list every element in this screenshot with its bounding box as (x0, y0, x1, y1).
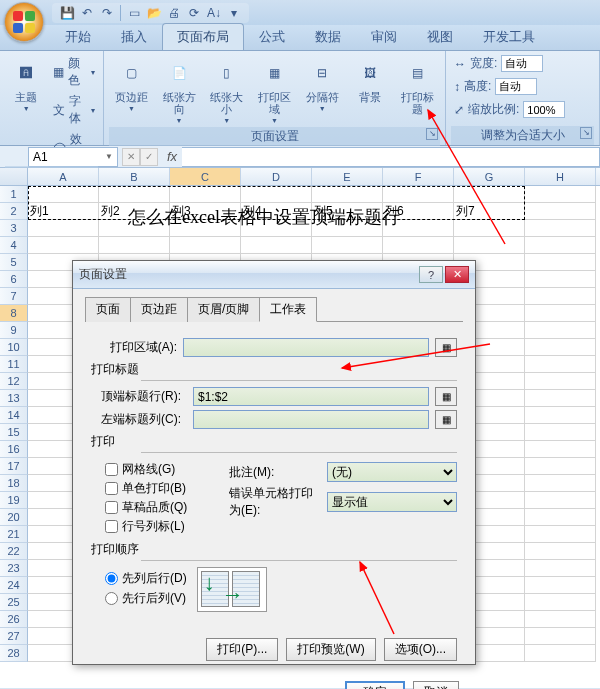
cell[interactable] (170, 186, 241, 203)
qat-undo-icon[interactable]: ↶ (78, 4, 96, 22)
row-header[interactable]: 26 (0, 611, 28, 628)
tab-home[interactable]: 开始 (50, 23, 106, 50)
formula-input[interactable] (182, 147, 600, 167)
office-button[interactable] (4, 2, 44, 42)
height-input[interactable] (495, 78, 537, 95)
cell[interactable] (525, 543, 596, 560)
cell[interactable] (525, 577, 596, 594)
row-header[interactable]: 19 (0, 492, 28, 509)
dialog-tab-page[interactable]: 页面 (85, 297, 131, 322)
cell[interactable] (525, 390, 596, 407)
col-header[interactable]: C (170, 168, 241, 185)
cell[interactable] (525, 424, 596, 441)
qat-new-icon[interactable]: ▭ (125, 4, 143, 22)
fx-icon[interactable]: fx (162, 149, 182, 164)
draft-checkbox[interactable] (105, 501, 118, 514)
breaks-button[interactable]: ⊟分隔符▼ (300, 54, 345, 115)
cancel-button[interactable]: 取消 (413, 681, 459, 689)
row-header[interactable]: 10 (0, 339, 28, 356)
print-titles-button[interactable]: ▤打印标题 (395, 54, 440, 118)
theme-fonts-button[interactable]: 文字体 ▾ (50, 92, 98, 128)
row-header[interactable]: 14 (0, 407, 28, 424)
cell[interactable] (525, 356, 596, 373)
ok-button[interactable]: 确定 (345, 681, 405, 689)
page-setup-launcher[interactable]: ↘ (426, 128, 438, 140)
qat-sort-icon[interactable]: A↓ (205, 4, 223, 22)
errors-select[interactable]: 显示值 (327, 492, 457, 512)
comments-select[interactable]: (无) (327, 462, 457, 482)
row-header[interactable]: 6 (0, 271, 28, 288)
tab-view[interactable]: 视图 (412, 23, 468, 50)
gridlines-checkbox[interactable] (105, 463, 118, 476)
row-header[interactable]: 1 (0, 186, 28, 203)
cols-repeat-ref-button[interactable]: ▦ (435, 410, 457, 429)
cell[interactable] (525, 339, 596, 356)
cell[interactable] (525, 645, 596, 662)
cell[interactable] (525, 237, 596, 254)
print-preview-button[interactable]: 打印预览(W) (286, 638, 375, 661)
col-header[interactable]: H (525, 168, 596, 185)
cell[interactable] (525, 526, 596, 543)
col-header[interactable]: F (383, 168, 454, 185)
cell[interactable]: 列7 (454, 203, 525, 220)
cols-repeat-input[interactable] (193, 410, 429, 429)
qat-open-icon[interactable]: 📂 (145, 4, 163, 22)
dialog-tab-sheet[interactable]: 工作表 (259, 297, 317, 322)
cell[interactable] (525, 560, 596, 577)
qat-refresh-icon[interactable]: ⟳ (185, 4, 203, 22)
cell[interactable] (525, 594, 596, 611)
tab-developer[interactable]: 开发工具 (468, 23, 550, 50)
tab-data[interactable]: 数据 (300, 23, 356, 50)
cell[interactable]: 列1 (28, 203, 99, 220)
down-then-over-radio[interactable] (105, 572, 118, 585)
size-button[interactable]: ▯纸张大小▼ (204, 54, 249, 127)
orientation-button[interactable]: 📄纸张方向▼ (157, 54, 202, 127)
cell[interactable] (525, 611, 596, 628)
row-header[interactable]: 21 (0, 526, 28, 543)
col-header[interactable]: G (454, 168, 525, 185)
row-header[interactable]: 3 (0, 220, 28, 237)
col-header[interactable]: B (99, 168, 170, 185)
cell[interactable] (241, 237, 312, 254)
cell[interactable] (525, 305, 596, 322)
cell[interactable] (525, 220, 596, 237)
rowcolhdr-checkbox[interactable] (105, 520, 118, 533)
scale-input[interactable] (523, 101, 565, 118)
col-header[interactable]: A (28, 168, 99, 185)
row-header[interactable]: 22 (0, 543, 28, 560)
cell[interactable] (312, 186, 383, 203)
row-header[interactable]: 20 (0, 509, 28, 526)
tab-insert[interactable]: 插入 (106, 23, 162, 50)
col-header[interactable]: E (312, 168, 383, 185)
cell[interactable] (28, 220, 99, 237)
row-header[interactable]: 9 (0, 322, 28, 339)
scale-launcher[interactable]: ↘ (580, 127, 592, 139)
enter-formula-icon[interactable]: ✓ (140, 148, 158, 166)
cell[interactable] (28, 186, 99, 203)
cell[interactable] (28, 237, 99, 254)
dialog-tab-margins[interactable]: 页边距 (130, 297, 188, 322)
cell[interactable] (312, 237, 383, 254)
row-header[interactable]: 17 (0, 458, 28, 475)
tab-page-layout[interactable]: 页面布局 (162, 23, 244, 50)
row-header[interactable]: 2 (0, 203, 28, 220)
cell[interactable] (525, 492, 596, 509)
cell[interactable] (99, 237, 170, 254)
rows-repeat-ref-button[interactable]: ▦ (435, 387, 457, 406)
qat-save-icon[interactable]: 💾 (58, 4, 76, 22)
rows-repeat-input[interactable] (193, 387, 429, 406)
cell[interactable] (525, 441, 596, 458)
cell[interactable] (525, 254, 596, 271)
qat-quickprint-icon[interactable]: 🖨 (165, 4, 183, 22)
cell[interactable] (525, 458, 596, 475)
dialog-titlebar[interactable]: 页面设置 ? ✕ (73, 261, 475, 289)
cell[interactable] (525, 288, 596, 305)
row-header[interactable]: 13 (0, 390, 28, 407)
dialog-tab-headerfooter[interactable]: 页眉/页脚 (187, 297, 260, 322)
row-header[interactable]: 5 (0, 254, 28, 271)
cell[interactable] (454, 237, 525, 254)
cancel-formula-icon[interactable]: ✕ (122, 148, 140, 166)
cell[interactable] (525, 186, 596, 203)
row-header[interactable]: 15 (0, 424, 28, 441)
row-header[interactable]: 25 (0, 594, 28, 611)
